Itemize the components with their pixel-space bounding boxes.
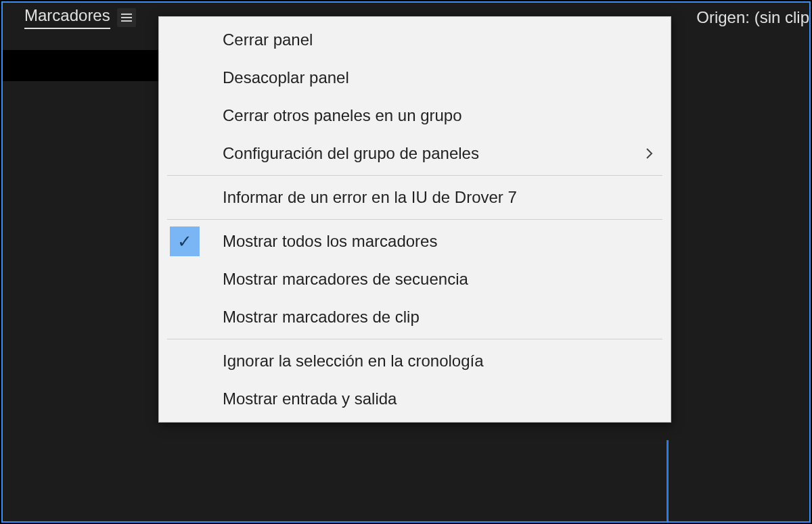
selection-accent — [667, 440, 669, 521]
menu-item-undock-panel[interactable]: Desacoplar panel — [159, 59, 671, 97]
check-slot — [159, 380, 210, 418]
menu-item-label: Mostrar marcadores de secuencia — [210, 270, 660, 289]
menu-item-label: Ignorar la selección en la cronología — [210, 352, 660, 371]
menu-item-label: Mostrar entrada y salida — [210, 389, 660, 408]
check-slot — [159, 342, 210, 380]
hamburger-icon — [121, 17, 132, 18]
menu-divider — [167, 339, 662, 339]
menu-item-report-ui-error[interactable]: Informar de un error en la IU de Drover … — [159, 178, 671, 216]
menu-item-label: Cerrar otros paneles en un grupo — [210, 106, 660, 125]
panel-menu-button[interactable] — [117, 8, 136, 27]
panel-tab-title: Marcadores — [24, 6, 110, 29]
menu-item-label: Mostrar todos los marcadores — [210, 232, 660, 251]
menu-divider — [167, 219, 662, 220]
check-slot — [159, 59, 210, 97]
panel-tab-marcadores[interactable]: Marcadores — [22, 3, 139, 32]
menu-item-show-clip-markers[interactable]: Mostrar marcadores de clip — [159, 298, 671, 336]
panel-context-menu: Cerrar panel Desacoplar panel Cerrar otr… — [158, 16, 671, 423]
menu-item-label: Informar de un error en la IU de Drover … — [210, 188, 660, 207]
menu-item-ignore-timeline-selection[interactable]: Ignorar la selección en la cronología — [159, 342, 671, 380]
menu-item-show-in-out[interactable]: Mostrar entrada y salida — [159, 380, 671, 418]
menu-item-show-sequence-markers[interactable]: Mostrar marcadores de secuencia — [159, 260, 671, 298]
chevron-right-icon — [639, 148, 660, 159]
menu-item-label: Cerrar panel — [210, 30, 660, 49]
menu-divider — [167, 175, 662, 176]
menu-item-close-panel[interactable]: Cerrar panel — [159, 21, 671, 59]
check-slot — [159, 21, 210, 59]
check-icon: ✓ — [170, 227, 200, 256]
check-slot — [159, 298, 210, 336]
menu-item-label: Desacoplar panel — [210, 68, 660, 87]
check-slot — [159, 178, 210, 216]
panel-dark-row — [3, 50, 158, 81]
check-slot: ✓ — [159, 222, 210, 260]
source-panel-tab[interactable]: Origen: (sin clip — [696, 3, 809, 32]
menu-item-label: Mostrar marcadores de clip — [210, 308, 660, 327]
source-panel-label: Origen: (sin clip — [696, 8, 809, 27]
menu-item-panel-group-settings[interactable]: Configuración del grupo de paneles — [159, 135, 671, 172]
menu-item-label: Configuración del grupo de paneles — [210, 144, 639, 163]
check-slot — [159, 260, 210, 298]
menu-item-close-other-panels[interactable]: Cerrar otros paneles en un grupo — [159, 97, 671, 135]
menu-item-show-all-markers[interactable]: ✓ Mostrar todos los marcadores — [159, 222, 671, 260]
check-slot — [159, 97, 210, 135]
workspace: Marcadores Origen: (sin clip Cerrar pane… — [1, 1, 811, 523]
check-slot — [159, 135, 210, 172]
